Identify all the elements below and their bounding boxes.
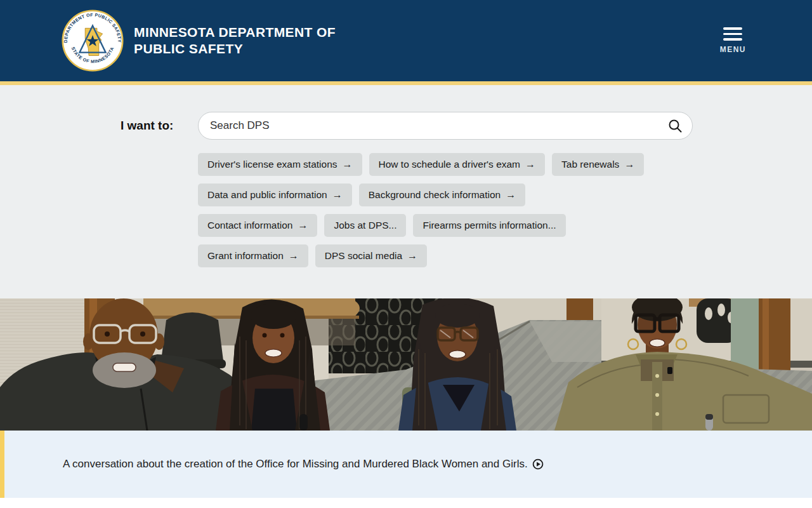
- table-mic-left: [299, 414, 308, 431]
- menu-button[interactable]: MENU: [717, 25, 749, 57]
- hero-image: [0, 298, 812, 431]
- hamburger-icon: [723, 27, 742, 41]
- quick-link-label: Contact information: [207, 220, 292, 231]
- quick-link-firearms-permits-information[interactable]: Firearms permits information...: [413, 214, 565, 237]
- arrow-right-icon: →: [332, 189, 343, 201]
- quick-link-label: Background check information: [369, 189, 501, 201]
- play-icon[interactable]: [532, 458, 544, 470]
- quick-link-label: Jobs at DPS...: [334, 220, 396, 231]
- site-title: MINNESOTA DEPARTMENT OF PUBLIC SAFETY: [134, 24, 336, 57]
- mn-dps-seal-logo[interactable]: DEPARTMENT OF PUBLIC SAFETY STATE OF MIN…: [62, 10, 124, 72]
- site-title-line1: MINNESOTA DEPARTMENT OF: [134, 24, 336, 41]
- site-title-line2: PUBLIC SAFETY: [134, 41, 336, 57]
- quick-link-how-to-schedule-a-drivers-exam[interactable]: How to schedule a driver's exam→: [369, 153, 546, 176]
- quick-link-label: DPS social media: [325, 250, 402, 262]
- quick-link-label: Driver's license exam stations: [207, 159, 337, 170]
- table-mic-right: [705, 414, 713, 431]
- carousel-caption-bar: A conversation about the creation of the…: [0, 431, 812, 498]
- i-want-to-label: I want to:: [121, 119, 183, 133]
- quick-link-label: Data and public information: [207, 189, 327, 201]
- arrow-right-icon: →: [343, 159, 353, 170]
- arrow-right-icon: →: [289, 250, 299, 262]
- arrow-right-icon: →: [407, 250, 417, 262]
- site-header: DEPARTMENT OF PUBLIC SAFETY STATE OF MIN…: [0, 0, 812, 81]
- search-input[interactable]: [198, 112, 693, 140]
- quick-link-label: Grant information: [207, 250, 284, 262]
- search-icon[interactable]: [667, 118, 683, 133]
- quick-link-jobs-at-dps[interactable]: Jobs at DPS...: [324, 214, 406, 237]
- quick-link-drivers-license-exam-stations[interactable]: Driver's license exam stations→: [198, 153, 362, 176]
- quick-links: Driver's license exam stations→How to sc…: [198, 153, 699, 267]
- quick-link-grant-information[interactable]: Grant information→: [198, 244, 308, 267]
- arrow-right-icon: →: [298, 220, 308, 231]
- caption-text: A conversation about the creation of the…: [63, 458, 528, 471]
- hero-photo-illustration: [0, 298, 812, 431]
- arrow-right-icon: →: [525, 159, 535, 170]
- lavalier-mic: [667, 367, 672, 374]
- quick-link-background-check-information[interactable]: Background check information→: [359, 184, 526, 206]
- quick-link-label: How to schedule a driver's exam: [379, 159, 521, 170]
- quick-link-label: Firearms permits information...: [422, 220, 556, 231]
- quick-link-label: Tab renewals: [561, 159, 619, 170]
- arrow-right-icon: →: [624, 159, 634, 170]
- quick-link-dps-social-media[interactable]: DPS social media→: [315, 244, 427, 267]
- menu-label: MENU: [720, 45, 746, 54]
- quick-link-data-and-public-information[interactable]: Data and public information→: [198, 184, 352, 206]
- i-want-to-section: I want to: Driver's license exam station…: [0, 85, 812, 298]
- quick-link-contact-information[interactable]: Contact information→: [198, 214, 317, 237]
- quick-link-tab-renewals[interactable]: Tab renewals→: [552, 153, 644, 176]
- arrow-right-icon: →: [506, 189, 516, 201]
